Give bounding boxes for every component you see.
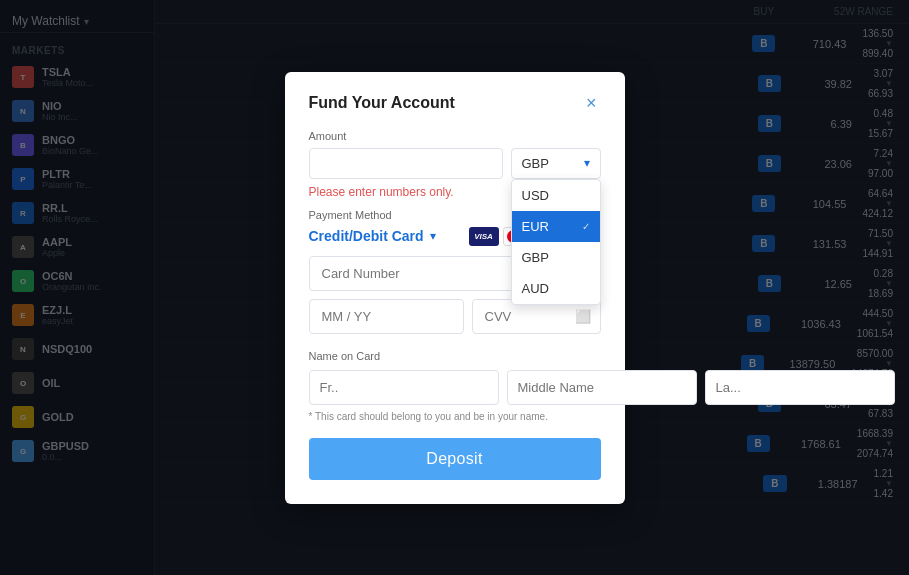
- amount-row: GBP ▾ USD EUR ✓ GBP AUD: [309, 148, 601, 179]
- modal-title: Fund Your Account: [309, 94, 455, 112]
- middle-name-input[interactable]: [507, 370, 697, 405]
- amount-label: Amount: [309, 130, 601, 142]
- name-row: [309, 370, 601, 405]
- expiry-input[interactable]: [309, 299, 464, 334]
- currency-option-gbp[interactable]: GBP: [512, 242, 600, 273]
- amount-input[interactable]: [309, 148, 503, 179]
- payment-method-select[interactable]: Credit/Debit Card ▾: [309, 228, 436, 244]
- card-icon-cvv: ⬜: [575, 309, 591, 324]
- currency-dropdown-arrow-icon: ▾: [584, 156, 590, 170]
- payment-method-chevron-icon: ▾: [430, 229, 436, 243]
- last-name-input[interactable]: [705, 370, 895, 405]
- visa-icon: VISA: [469, 227, 499, 246]
- currency-selected-value: GBP: [522, 156, 584, 171]
- modal-overlay: Fund Your Account × Amount GBP ▾ USD EUR…: [0, 0, 909, 575]
- currency-dropdown: USD EUR ✓ GBP AUD: [511, 179, 601, 305]
- first-name-input[interactable]: [309, 370, 499, 405]
- card-notice: * This card should belong to you and be …: [309, 411, 601, 422]
- fund-account-modal: Fund Your Account × Amount GBP ▾ USD EUR…: [285, 72, 625, 504]
- currency-option-aud[interactable]: AUD: [512, 273, 600, 304]
- currency-selector[interactable]: GBP ▾: [511, 148, 601, 179]
- payment-method-text: Credit/Debit Card: [309, 228, 424, 244]
- currency-option-eur[interactable]: EUR ✓: [512, 211, 600, 242]
- deposit-button[interactable]: Deposit: [309, 438, 601, 480]
- currency-option-usd[interactable]: USD: [512, 180, 600, 211]
- close-button[interactable]: ×: [582, 92, 601, 114]
- modal-header: Fund Your Account ×: [309, 92, 601, 114]
- currency-select-wrap: GBP ▾ USD EUR ✓ GBP AUD: [511, 148, 601, 179]
- name-label: Name on Card: [309, 350, 601, 362]
